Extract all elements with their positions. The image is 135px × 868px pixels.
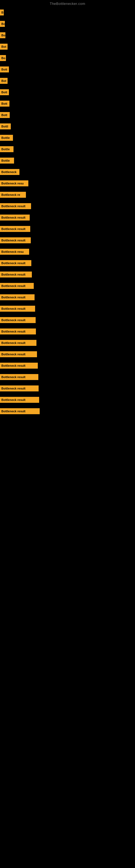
bar-label: Bottleneck result (0, 294, 35, 300)
bar-label: Bottleneck result (0, 351, 37, 357)
bar-row: Bottleneck result (0, 314, 135, 326)
bar-label: Bott (0, 66, 9, 72)
bar-label: Bottleneck result (0, 340, 37, 346)
bar-label: Bottleneck result (0, 317, 36, 323)
bar-row: Bottleneck result (0, 235, 135, 246)
bar-row: Bottleneck resu (0, 178, 135, 189)
bar-label: Bottle (0, 146, 13, 152)
bar-row: Bottleneck (0, 166, 135, 178)
bar-label: Bottleneck result (0, 237, 31, 243)
bar-label: Bottleneck result (0, 283, 34, 289)
bar-label: Bottleneck result (0, 408, 40, 414)
bar-row: Bottleneck result (0, 223, 135, 235)
bar-label: Bottleneck result (0, 226, 30, 232)
bar-label: Bottleneck re (0, 192, 26, 198)
bar-row: Bottleneck result (0, 337, 135, 348)
bar-row: Bottleneck result (0, 360, 135, 371)
bar-row: Bo (0, 52, 135, 64)
bar-row: Bottleneck result (0, 212, 135, 223)
bar-row: Bottleneck resu (0, 246, 135, 257)
bar-row: Bott (0, 109, 135, 121)
bar-row: Bott (0, 64, 135, 75)
bar-label: Bottle (0, 158, 14, 163)
site-title: TheBottlenecker.com (0, 0, 135, 7)
bar-row: Bottleneck re (0, 189, 135, 200)
bar-label: Bott (0, 101, 9, 106)
bar-label: Bottleneck result (0, 397, 39, 403)
bar-row: Bottleneck result (0, 394, 135, 405)
bar-row: Bo (0, 18, 135, 30)
bar-row: Bottleneck result (0, 383, 135, 394)
bar-label: Bottl (0, 123, 11, 129)
bar-label: Bottleneck result (0, 306, 35, 312)
bar-label: Bottleneck (0, 169, 19, 175)
bar-label: Bottle (0, 135, 13, 141)
bar-row: Bottleneck result (0, 257, 135, 269)
bar-row: Bottleneck result (0, 269, 135, 280)
bar-row: Bottleneck result (0, 326, 135, 337)
bar-row: Bo (0, 30, 135, 41)
bar-row: Bottleneck result (0, 303, 135, 314)
bar-label: Bottleneck resu (0, 180, 28, 186)
bar-row: Bottleneck result (0, 200, 135, 212)
bar-row: Bot (0, 41, 135, 52)
bar-row: Bottleneck result (0, 280, 135, 291)
bar-row: Bot (0, 75, 135, 87)
bar-row: Bottle (0, 144, 135, 155)
bar-row: Bott (0, 98, 135, 109)
bar-label: Bo (0, 55, 6, 61)
bar-label: Bo (0, 32, 5, 38)
bar-row: Bottleneck result (0, 291, 135, 303)
bar-row: Bottl (0, 121, 135, 132)
bar-row: Bottleneck result (0, 371, 135, 383)
bar-label: Bott (0, 89, 9, 95)
bar-label: Bot (0, 78, 8, 84)
bar-label: Bo (0, 21, 5, 27)
bar-label: Bott (0, 112, 10, 118)
bar-label: Bottleneck resu (0, 249, 29, 255)
bar-row: Bottleneck result (0, 405, 135, 417)
bar-row: Bott (0, 87, 135, 98)
bar-row: Bottle (0, 155, 135, 166)
bar-label: Bottleneck result (0, 363, 38, 369)
bar-label: Bottleneck result (0, 385, 39, 392)
bar-label: Bottleneck result (0, 272, 32, 278)
bar-label: Bot (0, 44, 8, 50)
bar-row: Bottle (0, 132, 135, 144)
bar-label: Bottleneck result (0, 329, 36, 335)
bar-label: Bottleneck result (0, 374, 38, 380)
bar-row: Bottleneck result (0, 348, 135, 360)
bar-label: Bottleneck result (0, 203, 31, 209)
bar-row: B (0, 7, 135, 18)
bar-label: Bottleneck result (0, 215, 30, 220)
bars-container: BBoBoBotBoBottBotBottBottBottBottlBottle… (0, 7, 135, 417)
bar-label: Bottleneck result (0, 260, 31, 266)
bar-label: B (0, 9, 4, 16)
